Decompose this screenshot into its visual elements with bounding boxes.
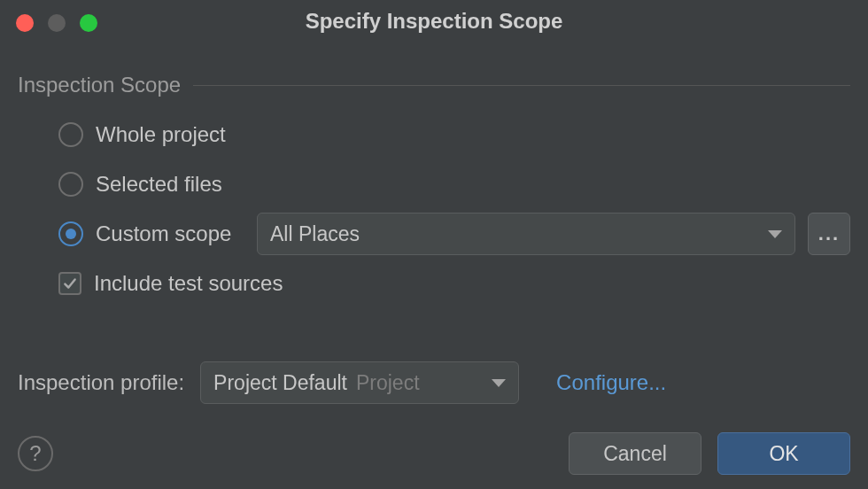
zoom-window-button[interactable]: [80, 14, 97, 32]
profile-scope-hint: Project: [356, 371, 483, 395]
whole-project-label: Whole project: [96, 122, 226, 147]
help-button[interactable]: ?: [18, 436, 53, 471]
custom-scope-option[interactable]: Custom scope: [58, 221, 244, 246]
window-controls: [16, 14, 97, 32]
radio-icon: [58, 221, 83, 246]
section-title: Inspection Scope: [18, 73, 181, 97]
titlebar: Specify Inspection Scope: [0, 0, 868, 43]
custom-scope-combo[interactable]: All Places: [257, 213, 795, 255]
whole-project-option[interactable]: Whole project: [58, 110, 850, 159]
custom-scope-value: All Places: [270, 222, 768, 246]
profile-label: Inspection profile:: [18, 370, 184, 395]
dialog-footer: ? Cancel OK: [18, 432, 850, 475]
configure-link[interactable]: Configure...: [556, 370, 666, 395]
chevron-down-icon: [768, 230, 782, 238]
ok-button[interactable]: OK: [717, 432, 850, 475]
radio-icon: [58, 122, 83, 147]
profile-row: Inspection profile: Project Default Proj…: [18, 361, 850, 404]
window-title: Specify Inspection Scope: [0, 9, 868, 34]
selected-files-option[interactable]: Selected files: [58, 159, 850, 209]
options-group: Whole project Selected files Custom scop…: [18, 110, 850, 308]
include-tests-label: Include test sources: [94, 271, 283, 296]
minimize-window-button[interactable]: [48, 14, 66, 32]
cancel-button[interactable]: Cancel: [569, 432, 701, 475]
include-tests-option[interactable]: Include test sources: [58, 259, 850, 308]
checkbox-icon: [58, 272, 81, 295]
section-header: Inspection Scope: [18, 73, 850, 97]
chevron-down-icon: [492, 379, 506, 387]
divider: [193, 85, 850, 86]
edit-scopes-button[interactable]: ...: [808, 213, 850, 255]
close-window-button[interactable]: [16, 14, 34, 32]
custom-scope-label: Custom scope: [96, 221, 231, 246]
profile-value: Project Default: [213, 371, 347, 395]
profile-combo[interactable]: Project Default Project: [200, 361, 519, 404]
radio-icon: [58, 172, 83, 197]
dialog-content: Inspection Scope Whole project Selected …: [0, 43, 868, 404]
selected-files-label: Selected files: [96, 172, 222, 197]
